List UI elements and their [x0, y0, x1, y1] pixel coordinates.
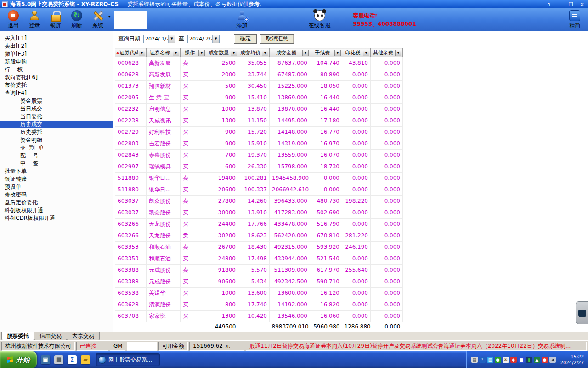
sidebar-item[interactable]: 历史成交: [0, 121, 113, 128]
sidebar-item[interactable]: 资金明细: [0, 136, 113, 144]
table-row[interactable]: 002729好利科技买90015.72014148.00016.7700.000…: [115, 126, 403, 138]
date-from-picker[interactable]: 2024/ 1/27 ▼: [143, 34, 175, 43]
table-row[interactable]: 002095生 意 宝买90015.41013869.00016.4400.00…: [115, 92, 403, 104]
add-button[interactable]: + 添加: [232, 9, 253, 31]
table-row[interactable]: 002843泰嘉股份买70019.37013559.00016.0700.000…: [115, 150, 403, 161]
table-row[interactable]: 603266天龙股份买2440017.766433478.000516.7900…: [115, 218, 403, 230]
skin-icon[interactable]: ∩: [545, 1, 553, 7]
column-header[interactable]: 成交数量▼: [206, 48, 238, 58]
table-row[interactable]: 002238天威视讯买130011.15014495.00017.1800.00…: [115, 115, 403, 126]
column-filter-button[interactable]: ▼: [363, 50, 369, 56]
close-button[interactable]: ×: [578, 1, 586, 7]
sidebar-item[interactable]: 新股申购: [0, 58, 113, 66]
table-row[interactable]: 603037凯众股份买3000013.910417283.000502.6900…: [115, 207, 403, 218]
start-button[interactable]: 开始: [0, 351, 37, 368]
column-filter-button[interactable]: ▼: [173, 50, 179, 56]
sigma-app-icon[interactable]: Σ: [68, 355, 77, 364]
column-header[interactable]: ▲证券代码▼: [115, 48, 147, 58]
table-row[interactable]: 000628高新发展卖250035.05587637.000104.74043.…: [115, 58, 403, 69]
sidebar-item[interactable]: 当日委托: [0, 113, 113, 121]
sidebar-item[interactable]: 银证转账: [0, 175, 113, 183]
confirm-button[interactable]: 确定: [234, 34, 257, 44]
help-tray-icon[interactable]: ?: [479, 356, 486, 363]
column-header[interactable]: 成交均价▼: [238, 48, 270, 58]
sidebar-item[interactable]: 撤单[F3]: [0, 50, 113, 58]
table-row[interactable]: 603388元成股份买906005.434492342.500590.7100.…: [115, 276, 403, 288]
table-row[interactable]: 603708家家悦买130010.42013546.00016.0600.000…: [115, 310, 403, 322]
mail-tray-icon[interactable]: ✉: [503, 356, 509, 363]
table-row[interactable]: 603353和顺石油卖2670018.430492315.000593.9202…: [115, 242, 403, 253]
column-filter-button[interactable]: ▼: [139, 50, 145, 56]
taskbar-clock[interactable]: 15:22 2024/2/27: [560, 354, 584, 366]
column-filter-button[interactable]: ▼: [198, 50, 205, 56]
sidebar-item[interactable]: 双向委托[F6]: [0, 74, 113, 81]
red-dot-tray-icon[interactable]: ●: [542, 356, 548, 363]
sidebar-item[interactable]: 历史委托: [0, 128, 113, 136]
table-row[interactable]: 000628高新发展买200033.74467487.00080.8900.00…: [115, 69, 403, 80]
column-header[interactable]: 证券名称▼: [147, 48, 181, 58]
sidebar-item[interactable]: 盘后定价委托: [0, 199, 113, 207]
column-header[interactable]: 成交金额▼: [270, 48, 310, 58]
remote-support-panel[interactable]: [576, 301, 588, 324]
red-app-tray-icon[interactable]: ◆: [510, 356, 517, 363]
shield-tray-icon[interactable]: ▲: [534, 356, 540, 363]
green-app-tray-icon[interactable]: ●: [495, 356, 501, 363]
table-row[interactable]: 603353和顺石油买2480017.498433944.000521.5400…: [115, 253, 403, 264]
minimize-button[interactable]: —: [556, 1, 564, 7]
status-input[interactable]: [127, 342, 157, 351]
sidebar-item[interactable]: 科创CDR板权限开通: [0, 214, 113, 222]
sidebar-item[interactable]: 行 权: [0, 66, 113, 74]
folder-icon[interactable]: ▰: [81, 355, 90, 364]
sidebar-item[interactable]: 批量下单: [0, 167, 113, 175]
desktop-icon[interactable]: ▣: [41, 355, 50, 364]
column-filter-button[interactable]: ▼: [231, 50, 237, 56]
table-row[interactable]: 002997瑞鹄模具买60026.33015798.00018.7300.000…: [115, 161, 403, 172]
sidebar-item[interactable]: 市价委托: [0, 81, 113, 89]
refresh-button[interactable]: 刷新: [66, 9, 87, 31]
column-header[interactable]: 操作▼: [181, 48, 206, 58]
sidebar-item[interactable]: 买入[F1]: [0, 34, 113, 42]
sidebar-item[interactable]: 中 签: [0, 160, 113, 167]
sidebar-item[interactable]: 预设单: [0, 183, 113, 191]
blue-app-tray-icon[interactable]: ■: [518, 356, 525, 363]
cancel-summary-button[interactable]: 取消汇总: [260, 34, 294, 44]
column-filter-button[interactable]: ▼: [262, 50, 268, 56]
chart-tray-icon[interactable]: ▮: [526, 356, 532, 363]
compact-button[interactable]: 精简: [564, 9, 585, 31]
bottom-tab[interactable]: 股票委托: [1, 332, 34, 340]
column-filter-button[interactable]: ▼: [302, 50, 309, 56]
chevron-down-icon[interactable]: ▼: [212, 35, 219, 43]
column-filter-button[interactable]: ▼: [334, 50, 341, 56]
volume-tray-icon[interactable]: ◄: [549, 356, 556, 363]
column-filter-button[interactable]: ▼: [395, 50, 401, 56]
sidebar-item[interactable]: 卖出[F2]: [0, 42, 113, 50]
restore-button[interactable]: ❐: [567, 1, 575, 7]
printer-tray-icon[interactable]: ▤: [471, 356, 478, 363]
table-row[interactable]: 603266天龙股份卖3020018.623562420.000670.8102…: [115, 230, 403, 242]
table-row[interactable]: 511880银华日...买20600100.3372066942.6100.00…: [115, 184, 403, 196]
table-row[interactable]: 603388元成股份卖918005.570511309.000617.97025…: [115, 264, 403, 276]
system-button[interactable]: 系统: [87, 9, 108, 31]
sidebar-item[interactable]: 资金股票: [0, 97, 113, 105]
sidebar-item[interactable]: 修改密码: [0, 191, 113, 199]
system-dropdown-arrow[interactable]: ▾: [108, 14, 111, 19]
table-row[interactable]: 002232启明信息买100013.87013870.00016.4400.00…: [115, 104, 403, 115]
sidebar-item[interactable]: 科创板权限开通: [0, 207, 113, 214]
online-service-button[interactable]: 在线客服: [305, 9, 334, 31]
sidebar-item[interactable]: 当日成交: [0, 105, 113, 113]
date-to-picker[interactable]: 2024/ 2/26 ▼: [187, 34, 220, 43]
login-button[interactable]: 登录: [24, 9, 45, 31]
network-tray-icon[interactable]: ▥: [487, 356, 493, 363]
sidebar-item[interactable]: 查询[F4]: [0, 89, 113, 97]
table-row[interactable]: 002803吉宏股份买90015.91014319.00016.9700.000…: [115, 138, 403, 150]
taskbar-task-button[interactable]: 网上股票交易系...: [96, 353, 160, 366]
bottom-tab[interactable]: 大宗交易: [67, 332, 100, 340]
table-row[interactable]: 603037凯众股份卖2780014.260396433.000480.7301…: [115, 196, 403, 207]
column-header[interactable]: 手续费▼: [310, 48, 342, 58]
table-row[interactable]: 511880银华日...卖19400100.2811945458.9000.00…: [115, 172, 403, 184]
chevron-down-icon[interactable]: ▼: [168, 35, 175, 43]
sidebar-item[interactable]: 配 号: [0, 152, 113, 160]
bottom-tab[interactable]: 信用交易: [34, 332, 67, 340]
lock-screen-button[interactable]: 锁屏: [45, 9, 66, 31]
table-row[interactable]: 001373翔腾新材买50030.45015225.00018.0500.000…: [115, 80, 403, 92]
